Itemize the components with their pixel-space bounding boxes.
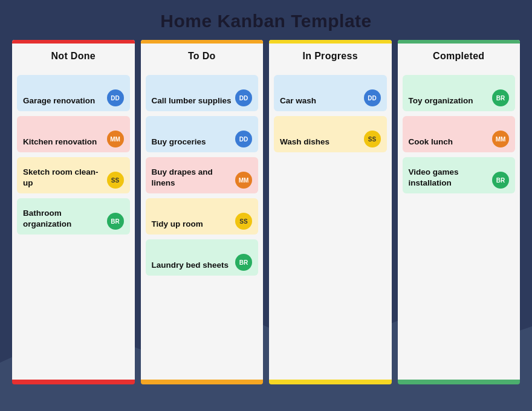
kanban-card[interactable]: Sketch room clean-upSS xyxy=(17,157,130,193)
card-avatar: MM xyxy=(107,131,124,147)
kanban-card[interactable]: Buy drapes and linensMM xyxy=(146,157,259,193)
card-avatar: DD xyxy=(235,89,252,106)
card-avatar: MM xyxy=(235,172,252,189)
card-text: Toy organization xyxy=(409,95,493,106)
card-text: Kitchen renovation xyxy=(23,137,107,147)
kanban-card[interactable]: Buy groceriesDD xyxy=(146,116,259,152)
column-body-not-done: Garage renovationDDKitchen renovationMMS… xyxy=(12,69,135,380)
column-header-in-progress: In Progress xyxy=(269,40,392,69)
column-not-done: Not DoneGarage renovationDDKitchen renov… xyxy=(12,40,135,384)
column-header-to-do: To Do xyxy=(141,40,264,69)
card-text: Call lumber supplies xyxy=(152,95,236,106)
card-avatar: SS xyxy=(235,213,252,230)
kanban-card[interactable]: Laundry bed sheetsBR xyxy=(146,239,259,276)
column-footer-to-do xyxy=(141,380,264,384)
page-title: Home Kanban Template xyxy=(160,11,372,31)
kanban-card[interactable]: Kitchen renovationMM xyxy=(17,116,130,152)
kanban-card[interactable]: Call lumber suppliesDD xyxy=(146,75,259,111)
kanban-card[interactable]: Toy organizationBR xyxy=(403,75,516,111)
card-avatar: BR xyxy=(235,254,252,271)
card-avatar: DD xyxy=(107,89,124,106)
card-text: Buy drapes and linens xyxy=(152,167,236,189)
card-avatar: SS xyxy=(364,131,381,147)
kanban-card[interactable]: Garage renovationDD xyxy=(17,75,130,111)
card-text: Car wash xyxy=(280,95,364,106)
card-text: Tidy up room xyxy=(152,219,236,230)
column-footer-not-done xyxy=(12,380,135,384)
column-body-to-do: Call lumber suppliesDDBuy groceriesDDBuy… xyxy=(141,69,264,380)
card-text: Laundry bed sheets xyxy=(152,260,236,271)
card-avatar: BR xyxy=(492,89,509,106)
card-text: Sketch room clean-up xyxy=(23,167,107,189)
column-to-do: To DoCall lumber suppliesDDBuy groceries… xyxy=(141,40,264,384)
card-avatar: SS xyxy=(107,172,124,189)
card-text: Wash dishes xyxy=(280,137,364,147)
card-text: Bathroom organization xyxy=(23,208,107,230)
card-text: Cook lunch xyxy=(409,137,493,147)
column-body-completed: Toy organizationBRCook lunchMMVideo game… xyxy=(398,69,521,380)
card-avatar: BR xyxy=(492,172,509,189)
column-header-not-done: Not Done xyxy=(12,40,135,69)
kanban-card[interactable]: Car washDD xyxy=(274,75,387,111)
card-avatar: DD xyxy=(235,131,252,147)
column-footer-completed xyxy=(398,380,521,384)
column-footer-in-progress xyxy=(269,380,392,384)
card-text: Video games installation xyxy=(409,167,493,189)
kanban-card[interactable]: Tidy up roomSS xyxy=(146,198,259,235)
card-text: Buy groceries xyxy=(152,137,236,147)
card-avatar: DD xyxy=(364,89,381,106)
kanban-card[interactable]: Wash dishesSS xyxy=(274,116,387,152)
card-avatar: BR xyxy=(107,213,124,230)
column-completed: CompletedToy organizationBRCook lunchMMV… xyxy=(398,40,521,384)
kanban-card[interactable]: Cook lunchMM xyxy=(403,116,516,152)
column-in-progress: In ProgressCar washDDWash dishesSS xyxy=(269,40,392,384)
column-body-in-progress: Car washDDWash dishesSS xyxy=(269,69,392,380)
kanban-board: Not DoneGarage renovationDDKitchen renov… xyxy=(9,40,523,384)
card-avatar: MM xyxy=(492,131,509,147)
card-text: Garage renovation xyxy=(23,95,107,106)
column-header-completed: Completed xyxy=(398,40,521,69)
kanban-card[interactable]: Video games installationBR xyxy=(403,157,516,193)
kanban-card[interactable]: Bathroom organizationBR xyxy=(17,198,130,235)
